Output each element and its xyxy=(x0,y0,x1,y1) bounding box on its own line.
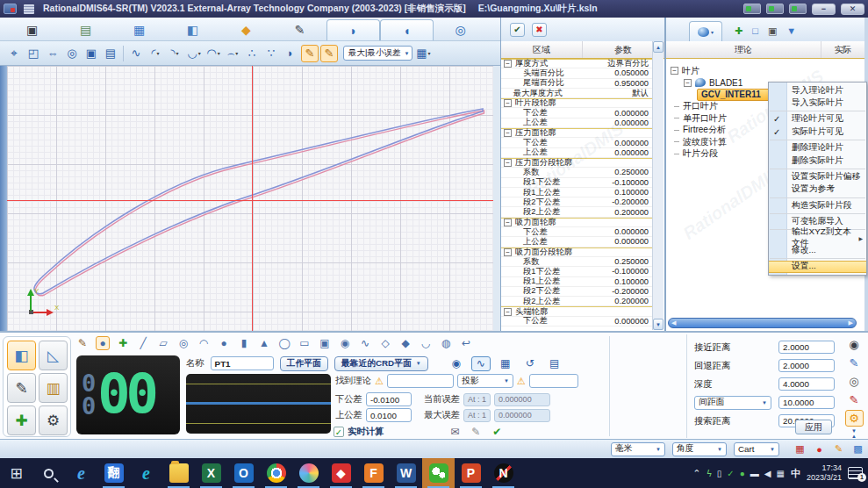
snapshot-side-icon[interactable]: ◉ xyxy=(845,336,864,353)
confirm-icon[interactable]: ✔ xyxy=(510,23,525,37)
tab-geometry[interactable]: ◆ xyxy=(219,19,273,40)
snapshot-tool[interactable]: ▣ xyxy=(82,45,100,62)
sphere-tool[interactable]: ● xyxy=(217,336,231,350)
sphere-pattern-tool[interactable]: ◍ xyxy=(439,336,453,350)
fit-view-tool[interactable]: ⌖ xyxy=(5,45,23,62)
circle-tool[interactable]: ◎ xyxy=(176,336,190,350)
probe-sensor-button[interactable]: ✎ xyxy=(7,373,36,403)
probe-tool[interactable]: ✎ xyxy=(75,336,90,350)
tab-curve[interactable]: ◖ xyxy=(380,19,434,40)
found-theory-input[interactable] xyxy=(387,374,454,388)
view-orient-tool[interactable]: ◎ xyxy=(63,45,81,62)
tree-hscrollbar[interactable]: ◀ ▶ xyxy=(668,318,857,328)
column-header-actual[interactable]: 实际 xyxy=(821,41,864,58)
taskbar-paint[interactable] xyxy=(292,458,325,488)
curve-tool-1[interactable]: ◜▾ xyxy=(147,45,164,62)
blade-edit-tool[interactable]: ✎ xyxy=(301,45,319,62)
menu-construct-actual-segment[interactable]: 构造实际叶片段 xyxy=(769,199,866,212)
search-button[interactable] xyxy=(32,458,65,488)
window-icon[interactable]: □ xyxy=(752,25,758,36)
menu-list-icon[interactable] xyxy=(24,4,34,14)
curve-tool-5[interactable]: ⌢▾ xyxy=(224,45,241,62)
measure-tools-button[interactable]: ◺ xyxy=(39,341,68,370)
graphics-canvas[interactable]: Y X xyxy=(7,66,493,331)
tray-bubble-icon[interactable]: ● xyxy=(740,469,745,478)
tray-expand-icon[interactable]: ⌃ xyxy=(692,468,700,479)
menu-import-theory-blade[interactable]: 导入理论叶片 xyxy=(769,84,866,97)
taskbar-ie[interactable]: e xyxy=(65,458,97,488)
cone-tool[interactable]: ▲ xyxy=(257,336,271,350)
report-mail-icon[interactable]: ✉ xyxy=(450,426,459,438)
collapse-icon[interactable]: − xyxy=(504,308,512,316)
taskbar-chrome[interactable] xyxy=(260,458,292,488)
taskbar-excel[interactable]: X xyxy=(195,458,227,488)
program-link-icon[interactable] xyxy=(766,4,784,14)
taskbar-powerpoint[interactable]: P xyxy=(455,458,487,488)
column-header-region[interactable]: 区域 xyxy=(501,41,583,58)
taskbar-edge[interactable]: e xyxy=(130,458,162,488)
cancel-icon[interactable]: ✖ xyxy=(532,23,547,37)
view-card-toggle[interactable]: ▤ xyxy=(545,356,564,371)
menu-modify[interactable]: 修改... xyxy=(769,244,866,256)
curve-points-tool[interactable]: ∴ xyxy=(243,45,261,62)
display-grid-tool[interactable]: ▦ ▾ xyxy=(414,45,432,62)
menu-delete-actual-blade[interactable]: 删除实际叶片 xyxy=(769,154,866,167)
collapse-icon[interactable]: − xyxy=(504,99,512,107)
open-curve-tool[interactable]: ◡ xyxy=(419,336,433,350)
tray-cardreader-icon[interactable]: ▬ xyxy=(750,469,759,478)
curve-tool-3[interactable]: ◡▾ xyxy=(185,45,203,62)
apply-button[interactable]: 应用 xyxy=(795,420,832,434)
depth-input[interactable]: 4.0000 xyxy=(778,377,835,391)
pitch-surface-combo[interactable]: 间距面▼ xyxy=(694,396,771,410)
taskbar-outlook[interactable]: O xyxy=(227,458,260,488)
collapse-icon[interactable]: − xyxy=(671,67,678,75)
lower-tolerance-input[interactable]: -0.0100 xyxy=(366,392,412,406)
collapse-icon[interactable]: − xyxy=(684,79,692,87)
tab-program[interactable]: ▤ xyxy=(59,19,112,40)
tab-solid[interactable]: ◧ xyxy=(166,19,219,40)
coord-system-button[interactable]: ✚ xyxy=(7,405,36,435)
device-link-icon[interactable] xyxy=(789,4,807,14)
view-curve-toggle[interactable]: ↺ xyxy=(520,356,540,371)
coord-combo[interactable]: Cart ▼ xyxy=(734,442,779,456)
scroll-down-icon[interactable]: ▼ xyxy=(653,319,664,330)
menu-export-xyz[interactable]: 输出XYZ到文本文件▶ xyxy=(769,232,866,244)
curve-points-red-tool[interactable]: ∵ xyxy=(262,45,280,62)
menu-settings[interactable]: 设置... xyxy=(769,261,866,273)
upper-tolerance-input[interactable]: 0.0100 xyxy=(366,408,412,422)
angle-combo[interactable]: 角度 ▼ xyxy=(672,442,727,456)
scroll-left-icon[interactable]: ◀ xyxy=(671,319,676,327)
tree-item-blade-root[interactable]: −叶片 xyxy=(666,65,864,77)
tray-usb-icon[interactable]: ϟ xyxy=(707,469,712,478)
tab-report[interactable]: ◎ xyxy=(434,19,487,40)
emergency-ball-icon[interactable]: ● xyxy=(813,442,826,456)
workplane-button[interactable]: 工作平面 xyxy=(280,356,328,371)
hexagon-tool[interactable]: ◆ xyxy=(398,336,412,350)
param-row[interactable]: 下公差0.000000 xyxy=(501,317,654,327)
error-mode-combo[interactable]: 最大|最小误差 ▼ xyxy=(343,46,412,61)
curve-tool-2[interactable]: ◝▾ xyxy=(166,45,183,62)
ellipse-tool[interactable]: ◯ xyxy=(277,336,291,350)
retract-distance-input[interactable]: 2.0000 xyxy=(778,359,835,372)
slot-tool[interactable]: ▭ xyxy=(298,336,312,350)
taskbar-explorer[interactable] xyxy=(162,458,195,488)
taskbar-wechat[interactable] xyxy=(422,458,455,488)
pen-marker-icon[interactable]: ✎ xyxy=(832,442,845,456)
hook-curve-tool[interactable]: ↩ xyxy=(459,336,473,350)
curve-tool-4[interactable]: ◠▾ xyxy=(204,45,222,62)
view-solid-toggle[interactable]: ◉ xyxy=(447,356,466,371)
tray-battery-icon[interactable]: ▯ xyxy=(717,469,722,478)
collapse-icon[interactable]: − xyxy=(504,129,512,137)
column-header-theory[interactable]: 理论 xyxy=(666,41,821,58)
tab-machine[interactable]: ▣ xyxy=(5,19,59,40)
polygon-tool[interactable]: ◇ xyxy=(378,336,392,350)
view-graph-toggle[interactable]: ∿ xyxy=(471,356,491,371)
taskbar-translate[interactable]: 翻 xyxy=(97,458,130,488)
lico-box-button[interactable]: ▥ xyxy=(39,373,68,403)
axis-display-icon[interactable]: ▦ xyxy=(793,442,807,456)
probe-curve-tool[interactable]: ∿ xyxy=(127,45,145,62)
filter-icon[interactable]: ▼ xyxy=(786,25,796,36)
plane-tool[interactable]: ▱ xyxy=(156,336,170,350)
line-tool[interactable]: ╱ xyxy=(136,336,150,350)
pitch-surface-input[interactable]: 10.0000 xyxy=(778,396,835,409)
